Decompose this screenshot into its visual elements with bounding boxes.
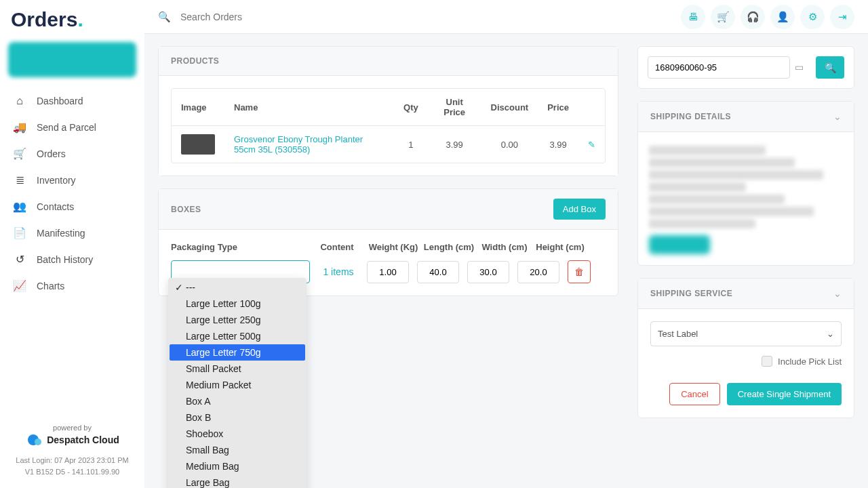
- packaging-option[interactable]: Small Packet: [170, 361, 305, 377]
- delete-box-button[interactable]: 🗑: [568, 260, 591, 283]
- order-id-input[interactable]: [648, 56, 790, 79]
- logout-icon[interactable]: ⇥: [830, 5, 854, 29]
- order-search-button[interactable]: 🔍: [816, 56, 844, 79]
- packaging-option[interactable]: ---: [170, 279, 305, 296]
- products-title: PRODUCTS: [171, 56, 219, 66]
- product-discount: 0.00: [481, 126, 538, 163]
- sidebar-item-label: Manifesting: [37, 228, 85, 239]
- packaging-option[interactable]: Large Letter 250g: [170, 312, 305, 328]
- col-weight: Weight (Kg): [366, 242, 421, 252]
- packaging-option[interactable]: Box A: [170, 393, 305, 409]
- powered-label: powered by: [53, 424, 92, 432]
- gear-icon[interactable]: ⚙: [800, 5, 825, 29]
- include-pick-label: Include Pick List: [778, 357, 842, 367]
- boxes-title: BOXES: [171, 205, 201, 214]
- user-icon[interactable]: 👤: [770, 5, 795, 29]
- sidebar-item-label: Inventory: [37, 175, 76, 186]
- packaging-option[interactable]: Shoebox: [170, 426, 305, 442]
- col-discount: Discount: [481, 89, 538, 126]
- packaging-option[interactable]: Small Bag: [170, 442, 305, 458]
- product-qty: 1: [394, 126, 428, 163]
- user-pill[interactable]: [8, 42, 136, 77]
- product-unit-price: 3.99: [428, 126, 481, 163]
- shipping-service-card: SHIPPING SERVICE ⌄ Test Label ⌄ Include …: [637, 278, 854, 418]
- weight-input[interactable]: [367, 261, 409, 283]
- sidebar-item-manifesting[interactable]: 📄Manifesting: [0, 220, 144, 246]
- sidebar-item-inventory[interactable]: ≣Inventory: [0, 167, 144, 193]
- col-content: Content: [317, 242, 357, 252]
- sidebar-item-charts[interactable]: 📈Charts: [0, 272, 144, 299]
- service-select[interactable]: Test Label ⌄: [650, 321, 842, 346]
- people-icon: 👥: [12, 200, 27, 213]
- length-input[interactable]: [417, 261, 459, 283]
- sidebar-nav: ⌂Dashboard 🚚Send a Parcel 🛒Orders ≣Inven…: [0, 88, 144, 417]
- sidebar-item-send-parcel[interactable]: 🚚Send a Parcel: [0, 114, 144, 140]
- packaging-option[interactable]: Medium Bag: [170, 458, 305, 474]
- shipping-details-body: [638, 132, 854, 265]
- chevron-down-icon[interactable]: ⌄: [833, 288, 842, 299]
- packaging-option[interactable]: Large Letter 500g: [170, 328, 305, 344]
- packaging-option[interactable]: Box B: [170, 409, 305, 426]
- sidebar-item-contacts[interactable]: 👥Contacts: [0, 193, 144, 220]
- cancel-button[interactable]: Cancel: [669, 383, 719, 405]
- product-image: [181, 134, 215, 155]
- trash-icon: 🗑: [574, 266, 584, 277]
- shipping-service-title: SHIPPING SERVICE: [650, 289, 732, 298]
- packaging-type-dropdown[interactable]: ---Large Letter 100gLarge Letter 250gLar…: [168, 278, 307, 488]
- support-icon[interactable]: 🎧: [741, 5, 765, 29]
- printer-icon[interactable]: 🖶: [681, 5, 705, 29]
- sidebar-item-label: Batch History: [37, 254, 93, 265]
- sidebar-item-label: Charts: [37, 281, 64, 291]
- col-length: Length (cm): [421, 242, 477, 252]
- products-table: Image Name Qty Unit Price Discount Price: [171, 88, 606, 163]
- sidebar-item-orders[interactable]: 🛒Orders: [0, 140, 144, 167]
- truck-icon: 🚚: [12, 121, 27, 134]
- add-box-button[interactable]: Add Box: [553, 199, 606, 220]
- sidebar-item-label: Orders: [37, 148, 66, 159]
- footer-meta: Last Login: 07 Apr 2023 23:01 PM V1 B152…: [0, 451, 144, 488]
- version-info: V1 B152 D5 - 141.101.99.90: [5, 466, 139, 479]
- powered-by: powered by Despatch Cloud: [0, 417, 144, 451]
- width-input[interactable]: [467, 261, 509, 283]
- product-row: Grosvenor Ebony Trough Planter 55cm 35L …: [172, 126, 605, 163]
- packaging-option[interactable]: Large Letter 100g: [170, 296, 305, 312]
- logo-text: Orders: [11, 8, 77, 30]
- product-name-link[interactable]: Grosvenor Ebony Trough Planter 55cm 35L …: [234, 134, 363, 155]
- product-price: 3.99: [538, 126, 578, 163]
- box-content-link[interactable]: 1 items: [318, 266, 359, 277]
- col-name: Name: [224, 89, 394, 126]
- list-icon: ≣: [12, 174, 27, 186]
- include-pick-list-checkbox[interactable]: [762, 356, 772, 367]
- sidebar-item-label: Send a Parcel: [37, 122, 96, 133]
- cart-icon[interactable]: 🛒: [711, 5, 735, 29]
- sidebar-item-dashboard[interactable]: ⌂Dashboard: [0, 88, 144, 114]
- packaging-option[interactable]: Large Bag: [170, 474, 305, 488]
- file-icon: 📄: [12, 226, 27, 239]
- col-width: Width (cm): [477, 242, 532, 252]
- search-orders-input[interactable]: [180, 12, 671, 22]
- history-icon: ↺: [12, 253, 27, 266]
- home-icon: ⌂: [12, 95, 27, 107]
- sidebar-item-batch-history[interactable]: ↺Batch History: [0, 246, 144, 272]
- chevron-down-icon[interactable]: ⌄: [833, 111, 842, 122]
- shipping-details-card: SHIPPING DETAILS ⌄: [637, 101, 854, 266]
- shipping-action-button[interactable]: [649, 235, 710, 254]
- despatch-cloud-icon: [25, 433, 43, 447]
- id-card-icon: ▭: [795, 62, 804, 73]
- col-image: Image: [172, 89, 224, 126]
- app-logo: Orders.: [0, 8, 144, 42]
- edit-icon[interactable]: ✎: [588, 140, 595, 150]
- packaging-option[interactable]: Large Letter 750g: [170, 344, 305, 361]
- col-price: Price: [538, 89, 578, 126]
- cart-icon: 🛒: [12, 147, 27, 160]
- powered-brand: Despatch Cloud: [47, 434, 119, 445]
- topbar: 🔍 🖶 🛒 🎧 👤 ⚙ ⇥: [144, 0, 868, 34]
- create-shipment-button[interactable]: Create Single Shipment: [727, 383, 842, 405]
- packaging-option[interactable]: Medium Packet: [170, 377, 305, 393]
- chart-icon: 📈: [12, 279, 27, 292]
- height-input[interactable]: [517, 261, 559, 283]
- search-icon: 🔍: [158, 11, 171, 23]
- last-login: Last Login: 07 Apr 2023 23:01 PM: [5, 455, 139, 467]
- col-qty: Qty: [394, 89, 428, 126]
- col-height: Height (cm): [532, 242, 588, 252]
